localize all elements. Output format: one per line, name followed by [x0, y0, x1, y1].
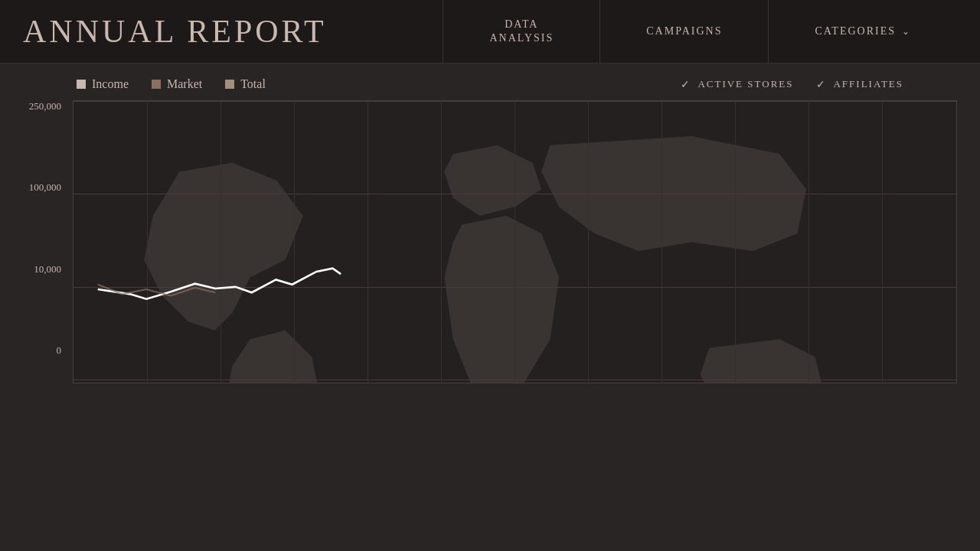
market-line: [98, 285, 215, 296]
income-label: Income: [92, 77, 129, 91]
affiliates-check-icon: ✓: [816, 78, 827, 91]
active-stores-label: ACTIVE STORES: [697, 78, 793, 90]
affiliates-label: AFFILIATES: [833, 78, 903, 90]
nav-categories-label: CATEGORIES: [815, 25, 896, 37]
chart-container: 250,000 100,000 10,000 0: [8, 100, 957, 383]
nav-categories[interactable]: CATEGORIES ⌄: [768, 0, 957, 63]
header: ANNUAL REPORT DATA ANALYSIS CAMPAIGNS CA…: [0, 0, 980, 64]
active-stores-check-icon: ✓: [681, 78, 691, 91]
y-label-100k: 100,000: [29, 181, 61, 194]
filter-active-stores[interactable]: ✓ ACTIVE STORES: [681, 78, 793, 91]
nav-data-analysis-label: DATA ANALYSIS: [489, 18, 554, 45]
y-label-0: 0: [57, 344, 62, 357]
legend-left: Income Market Total: [77, 77, 681, 91]
total-dot: [225, 80, 234, 89]
nav-data-analysis[interactable]: DATA ANALYSIS: [443, 0, 599, 63]
y-label-250k: 250,000: [29, 100, 61, 112]
income-line: [98, 269, 341, 299]
total-label: Total: [240, 77, 266, 91]
legend-bar: Income Market Total ✓ ACTIVE STORES ✓ AF…: [0, 64, 980, 100]
legend-market: Market: [152, 77, 202, 91]
chart-plot: [73, 100, 957, 383]
page-title: ANNUAL REPORT: [23, 13, 443, 50]
y-axis-labels: 250,000 100,000 10,000 0: [8, 100, 69, 360]
market-dot: [152, 80, 161, 89]
main-nav: DATA ANALYSIS CAMPAIGNS CATEGORIES ⌄: [443, 0, 957, 63]
chart-svg: [74, 101, 956, 383]
legend-income: Income: [77, 77, 129, 91]
nav-campaigns-label: CAMPAIGNS: [646, 25, 722, 37]
y-label-10k: 10,000: [34, 263, 61, 276]
income-dot: [77, 80, 86, 89]
legend-right: ✓ ACTIVE STORES ✓ AFFILIATES: [681, 78, 980, 91]
legend-total: Total: [225, 77, 266, 91]
filter-affiliates[interactable]: ✓ AFFILIATES: [816, 78, 903, 91]
chevron-down-icon: ⌄: [902, 26, 911, 37]
nav-campaigns[interactable]: CAMPAIGNS: [599, 0, 768, 63]
market-label: Market: [167, 77, 202, 91]
